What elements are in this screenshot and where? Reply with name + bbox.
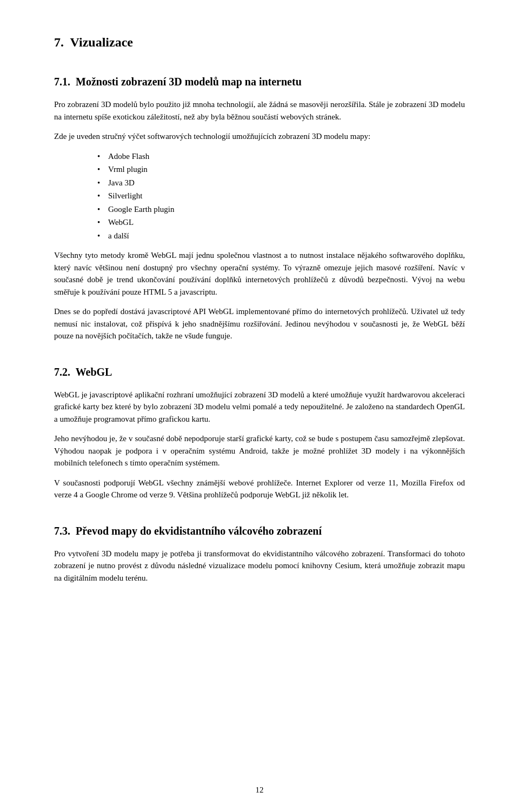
section2-number: 7.2.: [54, 366, 73, 378]
section3-number: 7.3.: [54, 525, 73, 537]
webgl-paragraph-2: Jeho nevýhodou je, že v současné době ne…: [54, 432, 465, 469]
list-item: a další: [97, 230, 465, 242]
section2-title: 7.2. WebGL: [54, 364, 465, 380]
page-number: 12: [256, 784, 264, 796]
page: 7. Vizualizace 7.1. Možnosti zobrazení 3…: [0, 0, 519, 812]
section3-title-text: Převod mapy do ekvidistantního válcového…: [76, 525, 322, 537]
list-item: Adobe Flash: [97, 150, 465, 163]
paragraph-3: Všechny tyto metody kromě WebGL mají jed…: [54, 249, 465, 298]
paragraph-1: Pro zobrazení 3D modelů bylo použito již…: [54, 98, 465, 123]
section1-title-text: Možnosti zobrazení 3D modelů map na inte…: [76, 76, 302, 88]
webgl-paragraph-1: WebGL je javascriptové aplikační rozhran…: [54, 389, 465, 425]
section3-paragraph: Pro vytvoření 3D modelu mapy je potřeba …: [54, 548, 465, 584]
list-item: WebGL: [97, 216, 465, 229]
chapter-number: 7.: [54, 35, 67, 49]
section1-number: 7.1.: [54, 76, 73, 88]
section3-title: 7.3. Převod mapy do ekvidistantního válc…: [54, 523, 465, 539]
paragraph-4: Dnes se do popředí dostává javascriptové…: [54, 305, 465, 342]
chapter-title: 7. Vizualizace: [54, 32, 465, 52]
section2-title-text: WebGL: [76, 366, 112, 378]
section1-title: 7.1. Možnosti zobrazení 3D modelů map na…: [54, 74, 465, 90]
list-item: Vrml plugin: [97, 163, 465, 176]
bullet-list: Adobe FlashVrml pluginJava 3DSilverlight…: [97, 150, 465, 242]
chapter-title-text: Vizualizace: [70, 35, 133, 49]
list-item: Silverlight: [97, 190, 465, 202]
paragraph-2: Zde je uveden stručný výčet softwarových…: [54, 130, 465, 143]
webgl-paragraph-3: V současnosti podporují WebGL všechny zn…: [54, 477, 465, 501]
list-item: Java 3D: [97, 177, 465, 189]
list-item: Google Earth plugin: [97, 203, 465, 216]
